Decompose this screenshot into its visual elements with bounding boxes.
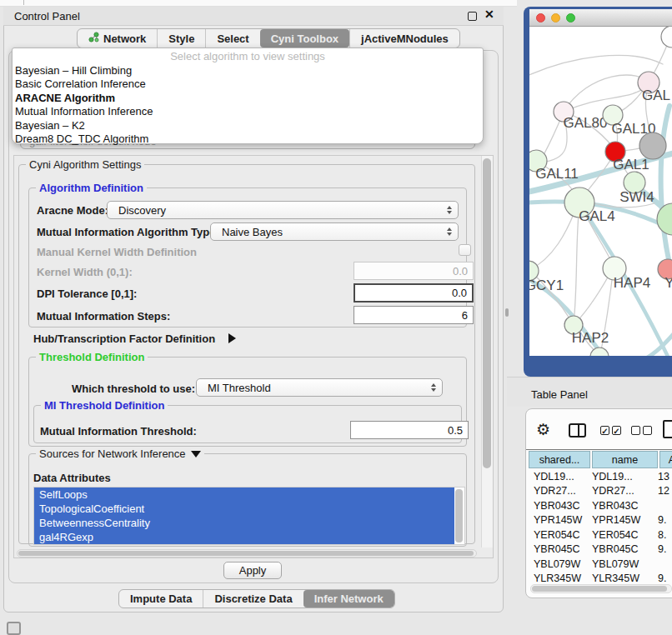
table-row[interactable]: YDR27...YDR27...12 xyxy=(526,484,672,499)
tab-impute-data[interactable]: Impute Data xyxy=(119,590,203,608)
export-table-icon[interactable] xyxy=(663,420,672,438)
tab-cyni-toolbox[interactable]: Cyni Toolbox xyxy=(260,29,349,48)
dpi-tolerance-field[interactable]: 0.0 xyxy=(354,283,474,302)
dpi-tolerance-value: 0.0 xyxy=(452,287,467,299)
table-cell: 9. xyxy=(656,543,666,555)
table-cell: YBR043C xyxy=(589,500,656,512)
attribute-item[interactable]: BetweennessCentrality xyxy=(34,516,454,530)
table-cell: YDR27... xyxy=(589,485,656,497)
table-horizontal-scrollbar-thumb[interactable] xyxy=(532,586,667,592)
float-panel-icon[interactable] xyxy=(468,12,477,21)
table-cell: YDL19... xyxy=(526,471,589,482)
attribute-item[interactable]: gal4RGexp xyxy=(34,530,454,544)
tab-label: Discretize Data xyxy=(214,592,292,605)
network-node-label: GAL xyxy=(642,88,670,103)
gear-icon[interactable]: ⚙ xyxy=(536,421,550,439)
minimized-panel-icon[interactable] xyxy=(7,622,21,635)
sources-group-title-row[interactable]: Sources for Network Inference xyxy=(36,448,204,460)
table-cell: YBL079W xyxy=(526,558,589,570)
attribute-item[interactable]: TopologicalCoefficient xyxy=(34,502,454,516)
table-cell: 12 xyxy=(656,485,669,497)
tab-label: jActiveMNodules xyxy=(361,32,449,45)
table-cell: YBR045C xyxy=(589,543,656,555)
network-node[interactable] xyxy=(639,132,666,159)
algorithm-dropdown-items: Bayesian – Hill ClimbingBasic Correlatio… xyxy=(13,64,483,146)
algorithm-dropdown: Select algorithm to view settings Bayesi… xyxy=(12,48,484,144)
aracne-mode-value: Discovery xyxy=(118,202,166,219)
network-node-label: GAL1 xyxy=(613,157,649,172)
tab-infer-network[interactable]: Infer Network xyxy=(303,590,394,608)
minimize-window-icon[interactable] xyxy=(551,13,560,22)
tab-discretize-data[interactable]: Discretize Data xyxy=(203,590,303,608)
tab-network[interactable]: Network xyxy=(78,29,157,48)
network-node[interactable] xyxy=(657,203,672,235)
table-cell: YDR27... xyxy=(526,485,589,497)
algorithm-option[interactable]: Mutual Information Inference xyxy=(13,105,483,118)
tab-select[interactable]: Select xyxy=(205,29,259,48)
select-all-checkbox-icon[interactable]: ✓ xyxy=(600,426,609,435)
column-header-shared-name[interactable]: shared... xyxy=(529,451,590,468)
algorithm-option[interactable]: ARACNE Algorithm xyxy=(13,92,483,105)
hub-expand-arrow-icon[interactable] xyxy=(228,333,236,346)
table-row[interactable]: YBL079WYBL079W xyxy=(526,557,672,572)
deselect-all-checkbox-icon[interactable] xyxy=(643,426,652,435)
data-attributes-list[interactable]: SelfLoopsTopologicalCoefficientBetweenne… xyxy=(33,487,465,545)
column-header-partial[interactable]: A xyxy=(659,451,672,468)
network-node[interactable] xyxy=(661,27,672,48)
table-cell: YER054C xyxy=(589,529,656,541)
table-row[interactable]: YBR045CYBR045C9. xyxy=(526,542,672,558)
tab-jactivemnodules[interactable]: jActiveMNodules xyxy=(349,29,459,48)
network-node-label: HAP2 xyxy=(572,330,609,346)
network-nodes: GALGAL80GAL10GAL1GAL11GAL4SWI4HAP4YGCY1H… xyxy=(529,27,672,356)
manual-kernel-checkbox[interactable] xyxy=(459,244,471,256)
attribute-item[interactable]: SelfLoops xyxy=(34,488,454,502)
table-cell: YPR145W xyxy=(589,514,656,526)
mi-threshold-value: 0.5 xyxy=(448,424,463,437)
which-threshold-label: Which threshold to use: xyxy=(72,382,195,395)
column-header-name[interactable]: name xyxy=(592,451,658,468)
close-panel-icon[interactable]: ✕ xyxy=(484,8,494,21)
apply-button[interactable]: Apply xyxy=(223,562,282,579)
select-all-checkbox-icon[interactable]: ✓ xyxy=(612,426,621,435)
aracne-mode-label: Aracne Mode: xyxy=(37,204,108,217)
network-node-label: HAP4 xyxy=(614,275,650,291)
algorithm-option[interactable]: Bayesian – Hill Climbing xyxy=(13,64,483,78)
tab-label: Impute Data xyxy=(130,592,192,605)
deselect-all-checkbox-icon[interactable] xyxy=(631,426,640,435)
table-row[interactable]: YER054CYER054C8. xyxy=(526,528,672,542)
settings-vertical-scrollbar-thumb[interactable] xyxy=(483,158,491,468)
algorithm-option[interactable]: Bayesian – K2 xyxy=(13,119,483,132)
panel-divider-handle[interactable] xyxy=(505,308,509,317)
table-row[interactable]: YBR043CYBR043C xyxy=(526,498,672,513)
mi-type-select[interactable]: Naive Bayes xyxy=(210,222,459,241)
attr-items: SelfLoopsTopologicalCoefficientBetweenne… xyxy=(34,488,464,544)
close-window-icon[interactable] xyxy=(536,13,545,22)
tab-style[interactable]: Style xyxy=(157,29,205,48)
screen: Control Panel ✕ Network Style Select Cyn… xyxy=(0,0,672,635)
table-cell: YER054C xyxy=(526,529,589,541)
table-row[interactable]: YDL19...YDL19...13 xyxy=(526,469,672,484)
table-row[interactable]: YPR145WYPR145W9. xyxy=(526,513,672,528)
table-cell: YBR043C xyxy=(526,500,589,512)
mi-steps-label: Mutual Information Steps: xyxy=(37,310,170,322)
network-node-label: GAL11 xyxy=(535,166,579,182)
attributes-scrollbar-thumb[interactable] xyxy=(455,489,463,542)
stepper-arrows-icon xyxy=(447,228,452,236)
mi-threshold-field[interactable]: 0.5 xyxy=(350,421,469,439)
network-node-label: GCY1 xyxy=(529,278,564,293)
kernel-width-label: Kernel Width (0,1): xyxy=(37,266,133,278)
table-cell: 13 xyxy=(656,471,669,482)
algorithm-option[interactable]: Basic Correlation Inference xyxy=(13,78,483,91)
settings-horizontal-scrollbar-thumb[interactable] xyxy=(18,551,474,556)
mi-type-value: Naive Bayes xyxy=(222,223,283,241)
network-view[interactable]: GALGAL80GAL10GAL1GAL11GAL4SWI4HAP4YGCY1H… xyxy=(529,27,672,356)
network-node-label: SWI4 xyxy=(619,189,654,205)
sources-collapse-arrow-icon xyxy=(191,451,201,458)
columns-icon[interactable] xyxy=(569,423,586,438)
kernel-width-field[interactable]: 0.0 xyxy=(354,262,474,280)
algorithm-option[interactable]: Dream8 DC_TDC Algorithm xyxy=(13,132,483,146)
mi-steps-field[interactable]: 6 xyxy=(354,306,474,324)
maximize-window-icon[interactable] xyxy=(566,13,575,22)
aracne-mode-select[interactable]: Discovery xyxy=(107,201,459,219)
which-threshold-select[interactable]: MI Threshold xyxy=(196,378,443,397)
